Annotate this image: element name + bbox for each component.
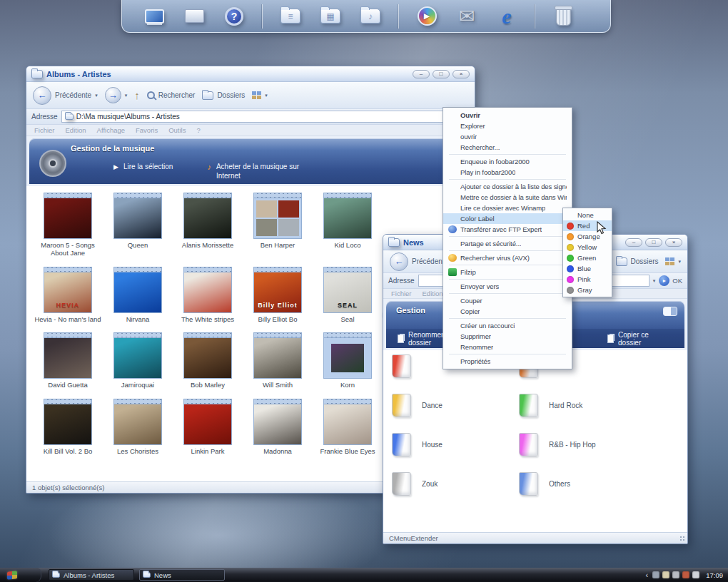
folders-button[interactable]: Dossiers xyxy=(202,91,245,100)
media-player-dock-button[interactable]: ▶ xyxy=(413,3,440,30)
color-label-item[interactable]: Yellow xyxy=(563,242,612,252)
panel-task-link[interactable]: Copier ce dossier xyxy=(607,331,673,347)
forward-dropdown-icon[interactable]: ▾ xyxy=(125,93,128,98)
views-button[interactable]: ▾ xyxy=(252,91,268,99)
menu-item[interactable]: Filzip▸ xyxy=(443,267,572,277)
recycle-bin-dock-button[interactable] xyxy=(550,3,577,30)
views-dropdown-icon[interactable]: ▾ xyxy=(265,93,268,98)
album-item[interactable]: SEALSeal xyxy=(313,267,383,323)
panel-task-link[interactable]: ♪Acheter de la musique sur Internet xyxy=(207,163,300,180)
folder-item[interactable]: House xyxy=(392,433,519,456)
menu-item[interactable]: Transférer avec FTP Expert▸ xyxy=(443,224,572,235)
album-item[interactable]: HEVIAHevia - No man's land xyxy=(33,267,103,323)
address-input[interactable]: D:\Ma musique\Albums - Artistes xyxy=(61,111,470,123)
folder-item[interactable]: Others xyxy=(519,472,687,496)
color-label-item[interactable]: Pink xyxy=(563,274,612,285)
tray-icon[interactable] xyxy=(692,571,699,578)
tray-icon[interactable] xyxy=(652,571,659,578)
pictures-folder-dock-button[interactable]: ▦ xyxy=(317,3,344,30)
start-button[interactable] xyxy=(0,568,41,582)
documents-folder-dock-button[interactable]: ≡ xyxy=(277,3,304,30)
album-item[interactable]: Kill Bill Vol. 2 Bo xyxy=(33,399,103,455)
panel-toggle-icon[interactable] xyxy=(663,307,677,316)
album-item[interactable]: Ben Harper xyxy=(243,193,313,257)
menubar-item[interactable]: Outils xyxy=(168,126,186,134)
album-item[interactable]: The White stripes xyxy=(173,267,243,323)
mail-dock-button[interactable]: ✉ xyxy=(453,3,480,30)
views-button[interactable]: ▾ xyxy=(665,257,681,265)
resize-grip[interactable] xyxy=(679,536,685,541)
album-item[interactable]: Maroon 5 - Songs About Jane xyxy=(33,193,103,257)
album-item[interactable]: Bob Marley xyxy=(173,332,243,389)
my-computer-dock-button[interactable] xyxy=(141,3,168,30)
taskbar-task-button[interactable]: Albums - Artistes xyxy=(49,569,134,581)
forward-button[interactable]: ▾ xyxy=(105,87,128,103)
menu-item[interactable]: Envoyer vers▸ xyxy=(443,281,572,292)
album-item[interactable]: Madonna xyxy=(243,399,313,455)
go-button[interactable]: OK xyxy=(659,275,682,286)
menubar-item[interactable]: Favoris xyxy=(136,126,158,134)
album-item[interactable]: Will Smith xyxy=(243,332,313,389)
minimize-button[interactable]: – xyxy=(413,70,430,78)
menu-item[interactable]: ouvrir xyxy=(443,131,572,142)
menu-item[interactable]: Explorer xyxy=(443,121,572,131)
folder-item[interactable]: Hard Rock xyxy=(519,394,687,417)
menu-item[interactable]: Play in foobar2000 xyxy=(443,167,572,178)
menu-item[interactable]: Rechercher... xyxy=(443,142,572,153)
tray-icon[interactable] xyxy=(672,571,679,578)
close-button[interactable]: × xyxy=(665,238,682,247)
menu-item[interactable]: Rechercher virus (AVX) xyxy=(443,252,572,263)
album-item[interactable]: Kid Loco xyxy=(313,193,383,257)
tray-chevron-icon[interactable]: ‹ xyxy=(646,571,649,579)
menu-item[interactable]: Couper xyxy=(443,295,572,306)
color-label-item[interactable]: None xyxy=(563,210,612,220)
help-dock-button[interactable]: ? xyxy=(221,3,248,30)
tray-icon[interactable] xyxy=(682,571,689,578)
color-label-item[interactable]: Green xyxy=(563,252,612,263)
maximize-button[interactable]: □ xyxy=(433,70,450,78)
menubar-item[interactable]: ? xyxy=(196,126,200,134)
menu-item[interactable]: Enqueue in foobar2000 xyxy=(443,156,572,167)
menu-item[interactable]: Color Label▸ xyxy=(443,213,572,224)
color-label-item[interactable]: Blue xyxy=(563,263,612,274)
tray-icon[interactable] xyxy=(662,571,669,578)
folder-item[interactable]: Zouk xyxy=(392,472,519,496)
panel-task-link[interactable]: ▶Lire la sélection xyxy=(113,163,173,180)
menu-item[interactable]: Lire ce dossier avec Winamp xyxy=(443,203,572,213)
album-item[interactable]: Les Choristes xyxy=(103,399,173,455)
album-item[interactable]: David Guetta xyxy=(33,332,103,389)
up-button[interactable]: ↑ xyxy=(134,89,140,101)
album-item[interactable]: Billy ElliotBilly Elliot Bo xyxy=(243,267,313,323)
menu-item[interactable]: Renommer xyxy=(443,342,572,352)
minimize-button[interactable]: – xyxy=(625,238,642,247)
menubar-item[interactable]: Fichier xyxy=(34,126,55,134)
album-item[interactable]: Frankie Blue Eyes xyxy=(313,399,383,455)
taskbar-task-button[interactable]: News xyxy=(139,569,225,581)
menu-item[interactable]: Supprimer xyxy=(443,331,572,342)
close-button[interactable]: × xyxy=(453,70,470,78)
back-dropdown-icon[interactable]: ▾ xyxy=(95,93,98,98)
views-dropdown-icon[interactable]: ▾ xyxy=(678,259,681,265)
address-dropdown-icon[interactable]: ▾ xyxy=(653,278,656,284)
music-folder-dock-button[interactable]: ♪ xyxy=(357,3,384,30)
menu-item[interactable]: Propriétés xyxy=(443,356,572,367)
menubar-item[interactable]: Fichier xyxy=(391,290,412,297)
albums-window-titlebar[interactable]: Albums - Artistes – □ × xyxy=(26,66,475,82)
menubar-item[interactable]: Affichage xyxy=(97,126,125,134)
menu-item[interactable]: Ajouter ce dossier à la liste des signet… xyxy=(443,181,572,192)
menu-item[interactable]: Copier xyxy=(443,306,572,317)
menubar-item[interactable]: Edition xyxy=(423,290,443,297)
menu-item[interactable]: Ouvrir xyxy=(443,110,572,121)
internet-explorer-dock-button[interactable]: e xyxy=(493,3,520,30)
menu-item[interactable]: Créer un raccourci xyxy=(443,320,572,331)
color-label-item[interactable]: Gray xyxy=(563,285,612,295)
menubar-item[interactable]: Edition xyxy=(66,126,86,134)
album-item[interactable]: Jamiroquai xyxy=(103,332,173,389)
folders-button[interactable]: Dossiers xyxy=(616,257,659,266)
album-item[interactable]: Nirvana xyxy=(103,267,173,323)
album-item[interactable]: Korn xyxy=(313,332,383,389)
folder-item[interactable]: R&B - Hip Hop xyxy=(519,433,687,456)
back-button[interactable]: Précédente ▾ xyxy=(33,86,98,105)
album-item[interactable]: Alanis Morissette xyxy=(173,193,243,257)
search-button[interactable]: Rechercher xyxy=(147,91,196,99)
